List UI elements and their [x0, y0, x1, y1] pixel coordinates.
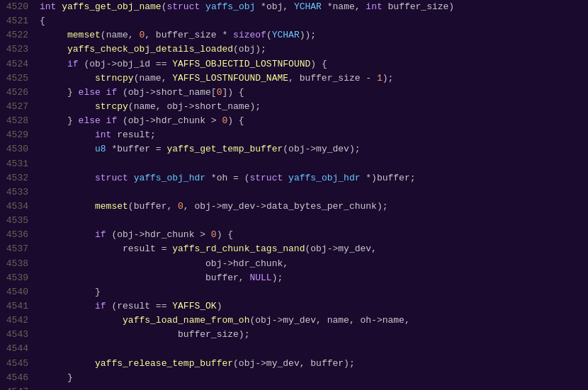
null-kw-token: NULL: [249, 273, 271, 283]
plain-token: ) {: [217, 229, 233, 240]
line-number: 4521: [3, 14, 28, 28]
code-line: yaffs_release_temp_buffer(obj->my_dev, b…: [40, 357, 582, 371]
code-content[interactable]: int yaffs_get_obj_name(struct yaffs_obj …: [34, 0, 588, 390]
plain-token: [40, 44, 67, 55]
plain-token: buffer_size);: [40, 329, 249, 340]
plain-token: );: [383, 73, 394, 84]
code-line: [40, 214, 582, 228]
kw-token: struct: [249, 173, 288, 183]
line-number: 4536: [3, 228, 28, 242]
plain-token: [40, 144, 95, 154]
line-number: 4544: [3, 342, 28, 356]
line-number: 4532: [3, 171, 28, 185]
code-line: if (obj->obj_id == YAFFS_OBJECTID_LOSTNF…: [40, 57, 582, 71]
type-token: u8: [95, 144, 106, 154]
plain-token: buffer_size): [383, 1, 454, 12]
plain-token: (result ==: [106, 301, 173, 311]
line-number: 4542: [3, 314, 28, 328]
plain-token: );: [272, 273, 283, 283]
plain-token: [40, 201, 95, 212]
line-number: 4546: [3, 371, 28, 385]
plain-token: (name, obj->short_name);: [128, 101, 261, 112]
line-number: 4539: [3, 271, 28, 285]
code-line: [40, 157, 582, 171]
line-number: 4522: [3, 28, 28, 42]
code-line: memset(buffer, 0, obj->my_dev->data_byte…: [40, 200, 582, 214]
code-line: } else if (obj->short_name[0]) {: [40, 86, 582, 100]
plain-token: }: [40, 87, 79, 98]
macro-token: YAFFS_LOSTNFOUND_NAME: [172, 73, 288, 84]
plain-token: *name,: [322, 1, 366, 12]
line-number: 4523: [3, 42, 28, 57]
line-numbers: 4520452145224523452445254526452745284529…: [0, 0, 34, 390]
line-number: 4530: [3, 142, 28, 156]
plain-token: ): [217, 301, 222, 311]
plain-token: *)buffer;: [361, 173, 416, 183]
plain-token: [40, 130, 95, 140]
plain-token: [40, 358, 95, 369]
plain-token: [40, 173, 95, 183]
plain-token: (obj);: [233, 44, 266, 55]
fn-token: memset: [67, 30, 101, 40]
code-line: strncpy(name, YAFFS_LOSTNFOUND_NAME, buf…: [40, 71, 582, 86]
plain-token: (obj->obj_id ==: [79, 59, 173, 69]
code-line: } else if (obj->hdr_chunk > 0) {: [40, 114, 582, 128]
plain-token: }: [40, 372, 73, 383]
plain-token: , buffer_size *: [145, 30, 233, 40]
fn-token: yaffs_get_obj_name: [62, 1, 161, 12]
code-line: obj->hdr_chunk,: [40, 257, 582, 271]
code-line: int result;: [40, 128, 582, 142]
code-line: buffer, NULL);: [40, 271, 582, 285]
plain-token: (obj->short_name[: [117, 87, 216, 98]
num-token: 0: [178, 201, 183, 212]
plain-token: (obj->my_dev,: [305, 243, 376, 254]
fn-token: strncpy: [95, 73, 134, 84]
plain-token: (obj->my_dev, buffer);: [233, 358, 355, 369]
num-token: 1: [377, 73, 383, 84]
fn-token: memset: [95, 201, 128, 212]
fn-token: yaffs_get_temp_buffer: [166, 144, 283, 154]
type-token: YCHAR: [272, 30, 300, 40]
line-number: 4524: [3, 57, 28, 71]
line-number: 4526: [3, 86, 28, 100]
plain-token: ));: [300, 30, 316, 40]
plain-token: (name,: [134, 73, 173, 84]
plain-token: (obj->hdr_chunk >: [106, 229, 211, 240]
kw-token: int: [366, 1, 382, 12]
plain-token: }: [40, 287, 101, 297]
num-token: 0: [211, 229, 217, 240]
code-line: {: [40, 14, 582, 28]
fn-token: yaffs_release_temp_buffer: [95, 358, 233, 369]
line-number: 4525: [3, 71, 28, 86]
code-line: [40, 342, 582, 356]
plain-token: ]) {: [222, 87, 244, 98]
plain-token: {: [40, 16, 45, 26]
line-number: 4527: [3, 100, 28, 114]
fn-token: strcpy: [95, 101, 128, 112]
type-token: yaffs_obj_hdr: [134, 173, 205, 183]
line-number: 4535: [3, 214, 28, 228]
kw-token: int: [95, 130, 111, 140]
plain-token: ) {: [310, 59, 327, 69]
code-editor: 4520452145224523452445254526452745284529…: [0, 0, 588, 390]
code-line: memset(name, 0, buffer_size * sizeof(YCH…: [40, 28, 582, 42]
plain-token: [40, 30, 67, 40]
line-number: 4533: [3, 185, 28, 200]
type-token: YCHAR: [294, 1, 322, 12]
plain-token: (name,: [101, 30, 140, 40]
plain-token: (: [266, 30, 272, 40]
kw-token: int: [40, 1, 62, 12]
plain-token: obj->hdr_chunk,: [40, 258, 288, 269]
type-token: yaffs_obj_hdr: [288, 173, 360, 183]
line-number: 4529: [3, 128, 28, 142]
line-number: 4543: [3, 328, 28, 342]
line-number: 4534: [3, 200, 28, 214]
kw-token: struct: [166, 1, 205, 12]
kw-token: else if: [79, 115, 118, 126]
plain-token: result =: [40, 243, 172, 254]
plain-token: (obj->my_dev);: [283, 144, 360, 154]
fn-token: yaffs_check_obj_details_loaded: [67, 44, 233, 55]
line-number: 4537: [3, 242, 28, 256]
type-token: yaffs_obj: [205, 1, 255, 12]
plain-token: ) {: [227, 115, 244, 126]
